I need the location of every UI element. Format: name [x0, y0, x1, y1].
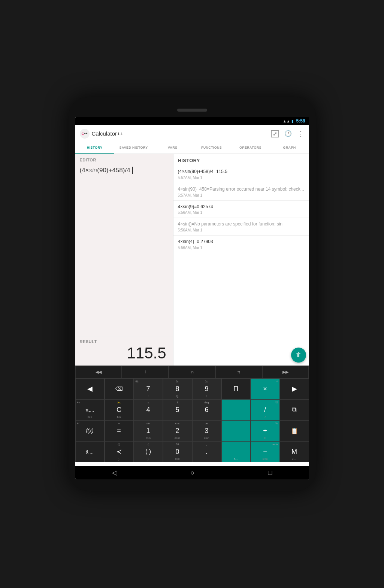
key-paste[interactable]: 📋 — [280, 420, 309, 441]
key-0-sub: 000 — [175, 458, 180, 460]
nav-pi[interactable]: π — [215, 366, 262, 378]
key-divide[interactable]: ^2 / √ — [251, 399, 280, 420]
back-button[interactable]: ◁ — [112, 469, 117, 477]
history-expr-3: 4×sin()=No parameters are specified for … — [178, 221, 305, 227]
key-3[interactable]: tan 3 atan — [192, 420, 221, 441]
history-item[interactable]: 4×sin(90)+458=Parsing error occurred nea… — [173, 183, 309, 201]
key-spacer-2 — [221, 399, 251, 420]
key-1-label: 1 — [146, 427, 150, 435]
history-panel-label: HISTORY — [173, 154, 309, 166]
nav-right-arrows[interactable]: ▶▶ — [262, 366, 309, 378]
key-parens[interactable]: ( ( ) ) — [134, 441, 163, 462]
key-partial[interactable]: ∂,... — [75, 441, 105, 462]
key-1[interactable]: sin 1 asin — [134, 420, 163, 441]
key-parens-sub: ) — [148, 458, 148, 460]
key-dot-label: . — [206, 448, 208, 456]
key-multiply[interactable]: ^ × — [251, 378, 280, 399]
key-5[interactable]: t 5 — [163, 399, 192, 420]
key-right-arrow[interactable]: ▶ — [280, 378, 309, 399]
key-fx[interactable]: +f f(x) — [75, 420, 105, 441]
app-bar-actions: ⤢ 🕐 ⋮ — [271, 130, 305, 137]
battery-icon: ▮ — [291, 119, 294, 123]
key-share-top: (.) — [105, 443, 133, 446]
editor-expression[interactable]: (4×sin(90)+458)/4 — [75, 164, 173, 336]
key-9[interactable]: 0x: 9 e — [192, 378, 221, 399]
key-left-arrow[interactable]: ◀ — [75, 378, 105, 399]
key-6[interactable]: deg 6 — [192, 399, 221, 420]
home-button[interactable]: ○ — [191, 469, 195, 477]
key-dot[interactable]: , . — [192, 441, 221, 462]
history-item[interactable]: 4×sin(4)=0.27903 5:56AM, Mar 1 — [173, 236, 309, 253]
history-icon[interactable]: 🕐 — [284, 130, 292, 137]
status-bar: ▲▲ ▮ 5:58 — [75, 117, 309, 125]
result-panel: RESULT 115.5 — [75, 336, 173, 366]
nav-left-arrows[interactable]: ◀◀ — [75, 366, 122, 378]
key-minus[interactable]: undo − redo — [251, 441, 280, 462]
kb-nav-row: ◀◀ i ln π ▶▶ — [75, 366, 309, 378]
key-spacer-3 — [221, 420, 251, 441]
key-divide-sub: √ — [264, 416, 266, 418]
key-plus-top: % — [251, 422, 279, 425]
tab-graph[interactable]: GRAPH — [270, 142, 309, 154]
key-5-label: 5 — [175, 406, 179, 414]
history-time-4: 5:56AM, Mar 1 — [178, 246, 305, 250]
key-pi-etc[interactable]: +π π,... hex — [75, 399, 105, 420]
kb-row-1: ◀ ⌫ 0b: 7 ! 0d: 8 lg 0x: 9 e — [75, 378, 309, 399]
key-plus-sub: E — [264, 437, 266, 439]
history-expr-0: (4×sin(90)+458)/4=115.5 — [178, 169, 305, 175]
speaker — [177, 109, 207, 112]
key-2[interactable]: cos 2 acos — [163, 420, 192, 441]
key-memory-label: M — [291, 448, 297, 456]
key-minus-label: − — [263, 448, 267, 456]
key-multiply-top: ^ — [251, 380, 279, 383]
fullscreen-icon[interactable]: ⤢ — [271, 130, 279, 137]
key-multiply-label: × — [263, 385, 267, 393]
editor-panel: EDITOR (4×sin(90)+458)/4 RESULT 115.5 — [75, 154, 173, 366]
key-copy[interactable]: ⧉ — [280, 399, 309, 420]
backspace-icon: ⌫ — [115, 386, 123, 392]
key-pi-cap[interactable]: Π — [221, 378, 251, 399]
key-6-top: deg — [193, 401, 221, 404]
key-memory[interactable]: M ∂,... — [280, 441, 309, 462]
tab-operators[interactable]: OPERATORS — [231, 142, 270, 154]
key-minus-top: undo — [251, 443, 279, 446]
tab-saved-history[interactable]: SAVED HISTORY — [114, 142, 153, 154]
nav-ln[interactable]: ln — [169, 366, 215, 378]
key-fx-top: +f — [76, 422, 104, 425]
history-expr-4: 4×sin(4)=0.27903 — [178, 239, 305, 245]
key-7[interactable]: 0b: 7 ! — [134, 378, 163, 399]
nav-i[interactable]: i — [122, 366, 169, 378]
more-icon[interactable]: ⋮ — [297, 131, 305, 137]
kb-row-4: ∂,... (.) ≺ ) ( ( ) ) 00 0 000 — [75, 441, 309, 462]
key-equals[interactable]: ≡ = — [105, 420, 134, 441]
history-expr-2: 4×sin(9)=0.62574 — [178, 204, 305, 210]
key-right-arrow-label: ▶ — [292, 385, 297, 393]
key-backspace[interactable]: ⌫ — [105, 378, 134, 399]
key-memory-sub: ∂,... — [292, 458, 296, 460]
tab-functions[interactable]: FUNCTIONS — [192, 142, 231, 154]
key-clear-top: dec — [105, 401, 133, 404]
key-2-label: 2 — [175, 427, 179, 435]
tab-history[interactable]: HISTORY — [75, 142, 114, 154]
tab-vars[interactable]: VARS — [153, 142, 192, 154]
key-clear-sub: bin — [117, 416, 121, 418]
key-dot-top: , — [193, 443, 221, 446]
status-time: 5:58 — [296, 118, 305, 124]
key-4-label: 4 — [146, 406, 150, 414]
key-4[interactable]: x 4 — [134, 399, 163, 420]
key-clear[interactable]: dec C bin — [105, 399, 134, 420]
key-divide-top: ^2 — [251, 401, 279, 404]
key-pi-cap-label: Π — [233, 385, 238, 393]
key-0[interactable]: 00 0 000 — [163, 441, 192, 462]
recents-button[interactable]: □ — [268, 469, 272, 477]
delete-icon: 🗑 — [296, 352, 302, 358]
key-partial-label: ∂,... — [86, 449, 94, 455]
history-item[interactable]: 4×sin()=No parameters are specified for … — [173, 218, 309, 236]
key-share[interactable]: (.) ≺ ) — [105, 441, 134, 462]
delete-fab-button[interactable]: 🗑 — [291, 348, 306, 363]
history-item[interactable]: 4×sin(9)=0.62574 5:56AM, Mar 1 — [173, 201, 309, 218]
kb-row-2: +π π,... hex dec C bin x 4 t 5 — [75, 399, 309, 420]
key-plus[interactable]: % + E — [251, 420, 280, 441]
history-item[interactable]: (4×sin(90)+458)/4=115.5 5:57AM, Mar 1 — [173, 166, 309, 183]
key-8[interactable]: 0d: 8 lg — [163, 378, 192, 399]
